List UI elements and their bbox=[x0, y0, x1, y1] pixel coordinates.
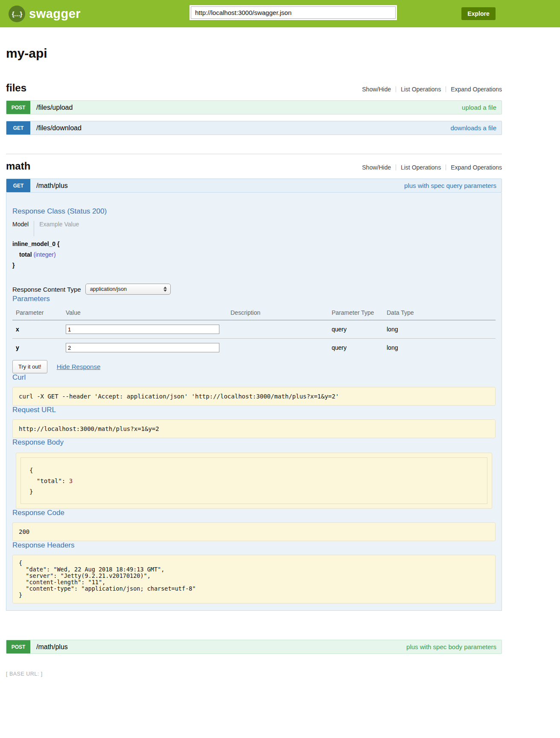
param-value-input-x[interactable] bbox=[66, 325, 219, 334]
response-code-heading: Response Code bbox=[12, 509, 496, 517]
link-divider bbox=[446, 164, 446, 170]
link-divider bbox=[396, 86, 396, 92]
endpoint-summary[interactable]: plus with spec query parameters bbox=[404, 182, 496, 189]
base-url-label: [ BASE URL: ] bbox=[6, 671, 502, 677]
response-class-tabs: Model Example Value bbox=[12, 221, 496, 236]
json-key: "total": bbox=[37, 477, 69, 484]
response-content-type-select[interactable]: application/json bbox=[85, 284, 171, 295]
response-body-json: {"total": 3} bbox=[20, 457, 487, 504]
list-operations-link[interactable]: List Operations bbox=[401, 164, 441, 171]
endpoint-row-get-math-plus[interactable]: GET /math/plus plus with spec query para… bbox=[6, 179, 502, 193]
section-title-math: math bbox=[6, 160, 30, 172]
param-name: x bbox=[12, 320, 66, 339]
endpoint-path[interactable]: /files/upload bbox=[36, 104, 73, 111]
param-row-y: y query long bbox=[12, 339, 496, 357]
swagger-logo-icon: {…} bbox=[9, 6, 25, 22]
section-files: files Show/HideList OperationsExpand Ope… bbox=[6, 82, 502, 135]
param-description bbox=[230, 339, 332, 357]
param-type: query bbox=[332, 320, 387, 339]
tab-model[interactable]: Model bbox=[12, 221, 34, 236]
list-operations-link[interactable]: List Operations bbox=[401, 86, 441, 93]
hide-response-link[interactable]: Hide Response bbox=[57, 363, 101, 370]
section-ops-links-math: Show/HideList OperationsExpand Operation… bbox=[362, 164, 502, 171]
endpoint-summary[interactable]: downloads a file bbox=[450, 124, 496, 132]
curl-heading: Curl bbox=[12, 373, 496, 382]
response-headers-json: { "date": "Wed, 22 Aug 2018 18:49:13 GMT… bbox=[12, 555, 496, 603]
model-close: } bbox=[12, 260, 496, 271]
section-math: math Show/HideList OperationsExpand Oper… bbox=[6, 160, 502, 654]
param-description bbox=[230, 320, 332, 339]
param-data-type: long bbox=[387, 320, 496, 339]
response-body-heading: Response Body bbox=[12, 438, 496, 447]
header-bar: {…} swagger Explore bbox=[0, 0, 560, 27]
show-hide-link[interactable]: Show/Hide bbox=[362, 86, 391, 93]
show-hide-link[interactable]: Show/Hide bbox=[362, 164, 391, 171]
tab-example-value[interactable]: Example Value bbox=[34, 221, 79, 236]
request-url-value: http://localhost:3000/math/plus?x=1&y=2 bbox=[12, 419, 496, 438]
operation-details: Response Class (Status 200) Model Exampl… bbox=[6, 193, 502, 611]
swagger-logo[interactable]: {…} swagger bbox=[9, 6, 81, 22]
link-divider bbox=[446, 86, 446, 92]
section-ops-links-files: Show/HideList OperationsExpand Operation… bbox=[362, 86, 502, 93]
endpoint-path[interactable]: /math/plus bbox=[36, 643, 68, 651]
expand-operations-link[interactable]: Expand Operations bbox=[451, 164, 502, 171]
param-type: query bbox=[332, 339, 387, 357]
method-badge-post: POST bbox=[6, 640, 30, 653]
endpoint-summary[interactable]: upload a file bbox=[462, 104, 496, 111]
endpoint-row-get-files-download[interactable]: GET /files/download downloads a file bbox=[6, 121, 502, 135]
try-it-out-button[interactable]: Try it out! bbox=[12, 360, 47, 373]
method-badge-get: GET bbox=[6, 121, 30, 135]
response-headers-heading: Response Headers bbox=[12, 541, 496, 550]
page-title: my-api bbox=[6, 46, 502, 61]
explore-button[interactable]: Explore bbox=[461, 7, 496, 20]
model-property-type: (integer) bbox=[33, 251, 55, 258]
col-header-description: Description bbox=[230, 307, 332, 320]
response-class-heading: Response Class (Status 200) bbox=[12, 207, 496, 216]
json-number-value: 3 bbox=[69, 477, 73, 484]
select-arrows-icon bbox=[158, 287, 167, 292]
selected-content-type: application/json bbox=[90, 286, 127, 292]
request-url-heading: Request URL bbox=[12, 406, 496, 414]
endpoint-summary[interactable]: plus with spec body parameters bbox=[406, 643, 496, 650]
api-url-input[interactable] bbox=[191, 6, 396, 19]
endpoint-path[interactable]: /files/download bbox=[36, 124, 82, 132]
curl-command: curl -X GET --header 'Accept: applicatio… bbox=[12, 387, 496, 406]
param-data-type: long bbox=[387, 339, 496, 357]
endpoint-path[interactable]: /math/plus bbox=[36, 182, 68, 190]
section-divider bbox=[6, 154, 502, 154]
col-header-parameter: Parameter bbox=[12, 307, 66, 320]
endpoint-row-post-files-upload[interactable]: POST /files/upload upload a file bbox=[6, 100, 502, 114]
model-open: inline_model_0 { bbox=[12, 239, 496, 249]
parameters-heading: Parameters bbox=[12, 295, 496, 303]
response-code-value: 200 bbox=[12, 522, 496, 541]
param-name: y bbox=[12, 339, 66, 357]
model-property: total (integer) bbox=[12, 249, 496, 260]
col-header-data-type: Data Type bbox=[387, 307, 496, 320]
response-body: {"total": 3} bbox=[16, 453, 492, 509]
param-value-input-y[interactable] bbox=[66, 343, 219, 352]
param-row-x: x query long bbox=[12, 320, 496, 339]
section-title-files: files bbox=[6, 82, 26, 94]
parameters-table: Parameter Value Description Parameter Ty… bbox=[12, 307, 496, 357]
col-header-parameter-type: Parameter Type bbox=[332, 307, 387, 320]
method-badge-get: GET bbox=[6, 179, 30, 192]
method-badge-post: POST bbox=[6, 101, 30, 114]
link-divider bbox=[396, 164, 396, 170]
model-signature: inline_model_0 { total (integer) } bbox=[12, 239, 496, 271]
main-content: my-api files Show/HideList OperationsExp… bbox=[6, 46, 502, 677]
brand-name: swagger bbox=[29, 7, 81, 21]
col-header-value: Value bbox=[66, 307, 230, 320]
endpoint-row-post-math-plus[interactable]: POST /math/plus plus with spec body para… bbox=[6, 640, 502, 654]
response-content-type-label: Response Content Type bbox=[12, 286, 81, 293]
expand-operations-link[interactable]: Expand Operations bbox=[451, 86, 502, 93]
